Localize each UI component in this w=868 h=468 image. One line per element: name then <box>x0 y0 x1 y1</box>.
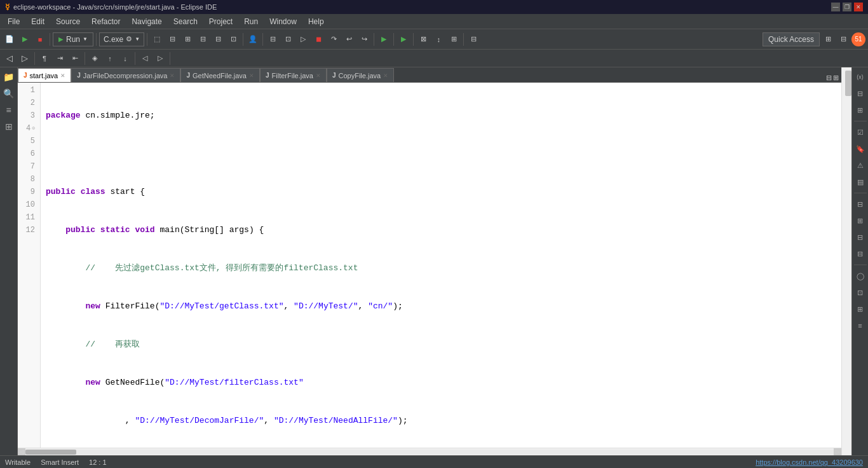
status-insert-mode[interactable]: Smart Insert <box>41 458 79 466</box>
code-content[interactable]: package cn.simple.jre; public class star… <box>41 83 841 448</box>
tab-close-copy[interactable]: ✕ <box>383 72 388 79</box>
perspective-btn-1[interactable]: ⊞ <box>821 32 835 46</box>
tab-jar-decomp[interactable]: J JarFileDecompression.java ✕ <box>71 68 180 82</box>
far-right-btn-11[interactable]: ⊟ <box>853 247 867 261</box>
new-button[interactable]: 📄 <box>3 32 17 46</box>
toolbar-extra-btn[interactable]: ⊟ <box>466 32 480 46</box>
toggle-comment-btn[interactable]: ¶ <box>37 52 51 65</box>
toggle-mark-btn[interactable]: ◈ <box>88 52 102 65</box>
scroll-thumb[interactable] <box>25 450 76 455</box>
far-right-btn-7[interactable]: ▤ <box>853 175 867 189</box>
code-editor[interactable]: 1 2 3 4⊙ 5 6 7 8 9 10 11 12 package cn.s… <box>18 83 841 448</box>
far-right-btn-13[interactable]: ⊡ <box>853 286 867 299</box>
next-edit-btn[interactable]: ▷ <box>18 52 32 65</box>
debug-step-over-btn[interactable]: ↩ <box>342 32 356 46</box>
tab-view-menu[interactable]: ⊟ <box>826 74 832 82</box>
toolbar-btn-4[interactable]: ⊟ <box>196 32 210 46</box>
menu-window[interactable]: Window <box>264 14 302 29</box>
perspective-btn-2[interactable]: ⊟ <box>836 32 850 46</box>
prev-annotation-btn[interactable]: ↑ <box>103 52 117 65</box>
far-right-btn-12[interactable]: ◯ <box>853 269 867 283</box>
tab-close-jar[interactable]: ✕ <box>170 72 175 79</box>
menu-project[interactable]: Project <box>204 14 238 29</box>
scrollbar-thumb[interactable] <box>845 71 851 96</box>
toolbar-btn-5[interactable]: ⊟ <box>211 32 225 46</box>
status-position[interactable]: 12 : 1 <box>89 458 107 466</box>
indent-btn[interactable]: ⇥ <box>53 52 67 65</box>
close-button[interactable]: ✕ <box>854 3 863 11</box>
run-config-button[interactable]: ▶ Run ▼ <box>53 32 93 46</box>
status-blog-link[interactable]: https://blog.csdn.net/qq_43209630 <box>756 458 863 466</box>
toolbar-profile-btn[interactable]: 👤 <box>246 32 260 46</box>
far-right-btn-6[interactable]: ⚠ <box>853 158 867 172</box>
tab-filterfile[interactable]: J FilterFile.java ✕ <box>260 68 327 82</box>
menu-edit[interactable]: Edit <box>26 14 50 29</box>
tab-copyfile[interactable]: J CopyFile.java ✕ <box>327 68 394 82</box>
stop-button[interactable]: ■ <box>33 32 47 46</box>
menu-navigate[interactable]: Navigate <box>126 14 166 29</box>
debug-terminate-btn[interactable]: ◼ <box>311 32 325 46</box>
code-line-5: // 先过滤getClass.txt文件, 得到所有需要的filterClass… <box>46 262 836 275</box>
separator-9 <box>463 33 464 46</box>
far-right-btn-4[interactable]: ☑ <box>853 125 867 139</box>
toolbar-sync-btn[interactable]: ↕ <box>431 32 445 46</box>
outdent-btn[interactable]: ⇤ <box>68 52 82 65</box>
toolbar-btn-3[interactable]: ⊞ <box>180 32 194 46</box>
tab-close-getneed[interactable]: ✕ <box>249 72 254 79</box>
far-right-btn-15[interactable]: ≡ <box>853 319 867 333</box>
sidebar-icon-outline[interactable]: ≡ <box>2 103 16 117</box>
next-annotation-btn[interactable]: ↓ <box>118 52 132 65</box>
toolbar-btn-7[interactable]: ⊟ <box>266 32 280 46</box>
scroll-track[interactable] <box>25 450 834 455</box>
notification-btn[interactable]: 51 <box>851 32 865 46</box>
back-btn[interactable]: ◁ <box>138 52 152 65</box>
status-writable[interactable]: Writable <box>5 458 31 466</box>
right-scrollbar[interactable] <box>841 67 851 455</box>
forward-btn[interactable]: ▷ <box>153 52 167 65</box>
run-debug-button[interactable]: ▶ <box>18 32 32 46</box>
title-bar-controls[interactable]: — ❐ ✕ <box>831 3 863 11</box>
far-right-btn-8[interactable]: ⊟ <box>853 197 867 211</box>
quick-access-button[interactable]: Quick Access <box>763 32 820 46</box>
run-config-selector[interactable]: C.exe ⚙ ▼ <box>99 32 144 46</box>
toolbar-compare-btn[interactable]: ⊠ <box>416 32 430 46</box>
toolbar-history-btn[interactable]: ⊞ <box>447 32 461 46</box>
menu-run[interactable]: Run <box>239 14 263 29</box>
sidebar-icon-members[interactable]: ⊞ <box>2 120 16 134</box>
toolbar-coverage-btn[interactable]: ▶ <box>397 32 410 46</box>
debug-step-btn[interactable]: ↷ <box>327 32 341 46</box>
tab-close-start[interactable]: ✕ <box>60 72 65 79</box>
toolbar-btn-2[interactable]: ⊟ <box>165 32 179 46</box>
toolbar-btn-1[interactable]: ⬚ <box>150 32 164 46</box>
tab-getneedfile[interactable]: J GetNeedFile.java ✕ <box>180 68 260 82</box>
menu-file[interactable]: File <box>3 14 25 29</box>
menu-help[interactable]: Help <box>303 14 329 29</box>
tab-maximize[interactable]: ⊞ <box>833 74 839 82</box>
scroll-left-btn[interactable]: ◁ <box>18 448 25 456</box>
toolbar-run2-btn[interactable]: ▶ <box>377 32 391 46</box>
toolbar-btn-8[interactable]: ⊡ <box>281 32 295 46</box>
toolbar-btn-6[interactable]: ⊡ <box>226 32 240 46</box>
tab-close-filter[interactable]: ✕ <box>316 72 321 79</box>
far-right-btn-3[interactable]: ⊞ <box>853 103 867 117</box>
prev-edit-btn[interactable]: ◁ <box>3 52 17 65</box>
far-right-btn-9[interactable]: ⊞ <box>853 214 867 228</box>
tab-start-java[interactable]: J start.java ✕ <box>18 68 71 82</box>
main-layout: 📁 🔍 ≡ ⊞ J start.java ✕ J JarFileDecompre… <box>0 67 868 455</box>
sidebar-icon-package[interactable]: 📁 <box>2 70 16 84</box>
menu-refactor[interactable]: Refactor <box>86 14 125 29</box>
minimize-button[interactable]: — <box>831 3 840 11</box>
far-right-btn-2[interactable]: ⊟ <box>853 86 867 100</box>
horizontal-scrollbar[interactable]: ◁ ▷ <box>18 448 841 455</box>
far-right-btn-14[interactable]: ⊞ <box>853 302 867 316</box>
far-right-btn-10[interactable]: ⊟ <box>853 230 867 244</box>
far-right-btn-1[interactable]: (x) <box>853 70 867 84</box>
menu-source[interactable]: Source <box>51 14 85 29</box>
scroll-right-btn[interactable]: ▷ <box>834 448 841 456</box>
debug-resume-btn[interactable]: ▷ <box>296 32 310 46</box>
far-right-btn-5[interactable]: 🔖 <box>853 142 867 156</box>
menu-search[interactable]: Search <box>168 14 203 29</box>
maximize-button[interactable]: ❐ <box>843 3 851 11</box>
debug-step-return-btn[interactable]: ↪ <box>357 32 371 46</box>
sidebar-icon-hierarchy[interactable]: 🔍 <box>2 86 16 100</box>
